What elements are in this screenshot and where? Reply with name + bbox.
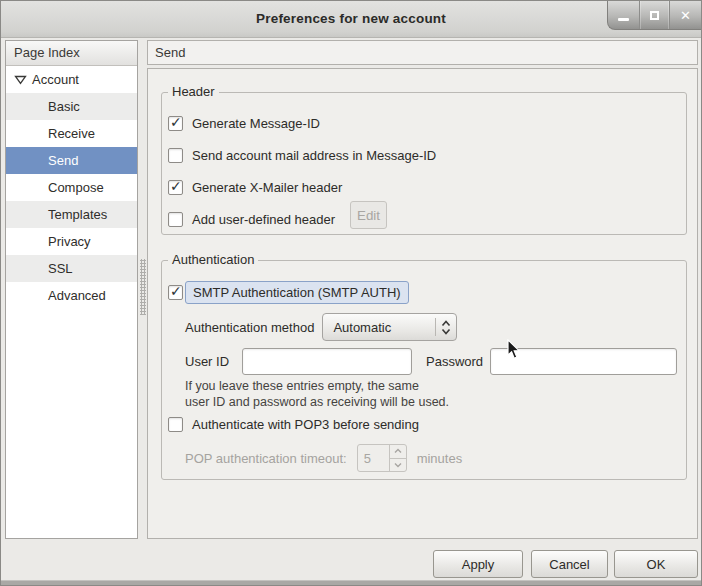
checkbox-label: Generate X-Mailer header: [192, 180, 342, 195]
window-controls: ✕: [607, 1, 701, 30]
credentials-row: User ID Password: [185, 348, 677, 375]
edit-button: Edit: [350, 201, 387, 229]
pop-timeout-row: POP authentication timeout: minutes: [185, 444, 462, 472]
sidebar-item-label: Advanced: [6, 282, 106, 309]
sidebar-item-templates[interactable]: Templates: [6, 201, 137, 228]
close-icon: ✕: [680, 9, 691, 22]
spinner-arrows: [389, 445, 406, 471]
maximize-icon: [650, 11, 659, 20]
close-button[interactable]: ✕: [670, 1, 701, 29]
auth-method-row: Authentication method Automatic: [185, 313, 457, 341]
sidebar-item-account[interactable]: Account: [6, 66, 137, 93]
password-label: Password: [426, 354, 483, 369]
send-address-in-message-id-checkbox[interactable]: [168, 148, 183, 163]
window-bottom-edge: [1, 580, 701, 585]
pop3-before-sending-checkbox[interactable]: [168, 417, 183, 432]
sidebar-item-privacy[interactable]: Privacy: [6, 228, 137, 255]
sidebar-item-label: Privacy: [6, 228, 91, 255]
sidebar-item-label: Receive: [6, 120, 95, 147]
sidebar-item-label: Basic: [6, 93, 80, 120]
sidebar-item-receive[interactable]: Receive: [6, 120, 137, 147]
smtp-auth-checkbox[interactable]: [168, 285, 183, 300]
user-id-input[interactable]: [242, 348, 412, 375]
cancel-button[interactable]: Cancel: [531, 550, 608, 578]
authentication-group-label: Authentication: [168, 252, 258, 267]
page-title: Send: [147, 40, 698, 65]
window-title: Preferences for new account: [1, 11, 701, 26]
header-group: Header Generate Message-ID Send account …: [161, 92, 687, 235]
generate-message-id-checkbox[interactable]: [168, 116, 183, 131]
send-settings-panel: Header Generate Message-ID Send account …: [147, 68, 698, 539]
spinner-down-icon: [390, 459, 406, 472]
pop-timeout-unit: minutes: [417, 451, 463, 466]
ok-button[interactable]: OK: [614, 550, 698, 578]
checkbox-label: Send account mail address in Message-ID: [192, 148, 436, 163]
sidebar-item-label: SSL: [6, 255, 73, 282]
generate-message-id-row: Generate Message-ID: [168, 112, 320, 134]
checkbox-label: Authenticate with POP3 before sending: [192, 417, 419, 432]
sidebar-item-label: Account: [32, 66, 79, 93]
spinner-up-icon: [390, 445, 406, 459]
authentication-group: Authentication SMTP Authentication (SMTP…: [161, 260, 687, 480]
send-address-in-message-id-row: Send account mail address in Message-ID: [168, 144, 436, 166]
chevron-up-down-icon: [441, 320, 451, 335]
pop-timeout-spinner: [357, 444, 407, 472]
user-id-label: User ID: [185, 354, 235, 369]
sidebar-item-label: Compose: [6, 174, 104, 201]
sidebar-item-send[interactable]: Send: [6, 147, 137, 174]
generate-x-mailer-checkbox[interactable]: [168, 180, 183, 195]
hint-line-1: If you leave these entries empty, the sa…: [185, 379, 449, 395]
add-user-defined-header-checkbox[interactable]: [168, 212, 183, 227]
header-group-label: Header: [168, 84, 219, 99]
titlebar[interactable]: Preferences for new account ✕: [1, 1, 701, 38]
pane-resize-grip[interactable]: [140, 259, 146, 315]
pop-timeout-value: [358, 445, 389, 471]
apply-button[interactable]: Apply: [433, 550, 523, 578]
sidebar-item-advanced[interactable]: Advanced: [6, 282, 137, 309]
expander-open-icon[interactable]: [14, 74, 27, 86]
smtp-auth-label: SMTP Authentication (SMTP AUTH): [185, 281, 409, 304]
auth-method-select[interactable]: Automatic: [322, 313, 457, 341]
smtp-auth-row: SMTP Authentication (SMTP AUTH): [168, 278, 409, 306]
password-input[interactable]: [490, 348, 677, 375]
page-index-tree: Page Index Account Basic Receive Send Co…: [5, 40, 138, 539]
generate-x-mailer-row: Generate X-Mailer header: [168, 176, 342, 198]
page-index-column-header[interactable]: Page Index: [6, 41, 137, 66]
checkbox-label: Add user-defined header: [192, 212, 335, 227]
credentials-hint: If you leave these entries empty, the sa…: [185, 379, 449, 410]
checkbox-label: Generate Message-ID: [192, 116, 320, 131]
auth-method-value: Automatic: [333, 320, 435, 335]
sidebar-item-compose[interactable]: Compose: [6, 174, 137, 201]
sidebar-item-label: Templates: [6, 201, 107, 228]
combo-separator: [435, 318, 436, 336]
sidebar-item-label: Send: [6, 147, 78, 174]
minimize-icon: [618, 18, 629, 21]
sidebar-item-basic[interactable]: Basic: [6, 93, 137, 120]
auth-method-label: Authentication method: [185, 320, 314, 335]
add-user-defined-header-row: Add user-defined header: [168, 208, 335, 230]
preferences-dialog: Preferences for new account ✕ Page Index…: [0, 0, 702, 586]
hint-line-2: user ID and password as receiving will b…: [185, 395, 449, 411]
pop-timeout-label: POP authentication timeout:: [185, 451, 347, 466]
minimize-button[interactable]: [608, 1, 639, 29]
pop3-before-sending-row: Authenticate with POP3 before sending: [168, 413, 419, 435]
maximize-button[interactable]: [639, 1, 670, 29]
sidebar-item-ssl[interactable]: SSL: [6, 255, 137, 282]
